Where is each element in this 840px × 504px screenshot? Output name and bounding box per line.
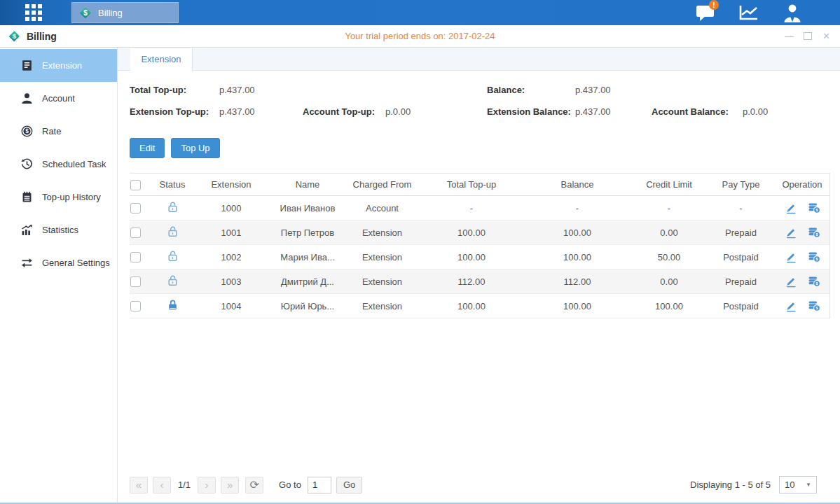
col-extension: Extension xyxy=(193,179,270,190)
sidebar-item-label: Rate xyxy=(42,126,61,136)
taskbar-billing-tab[interactable]: $ Billing xyxy=(71,2,179,23)
main-panel: Extension Total Top-up: p.437.00 Extensi… xyxy=(118,48,840,503)
next-page-button[interactable]: › xyxy=(198,477,216,493)
top-up-button[interactable]: Top Up xyxy=(171,138,219,158)
row-checkbox[interactable] xyxy=(130,203,141,214)
cell-extension: 1001 xyxy=(193,227,270,238)
col-charged-from: Charged From xyxy=(345,179,419,190)
row-checkbox[interactable] xyxy=(130,301,141,312)
minimize-icon[interactable]: — xyxy=(785,31,793,41)
dollar-glyph: $ xyxy=(25,127,29,134)
row-checkbox[interactable] xyxy=(130,252,141,262)
statistics-chart-topbar-icon[interactable] xyxy=(738,3,760,22)
cell-total-topup: 112.00 xyxy=(419,276,524,287)
maximize-icon[interactable] xyxy=(804,32,812,40)
top-up-coins-icon[interactable]: $ xyxy=(808,227,820,238)
last-page-button[interactable]: » xyxy=(221,477,239,493)
account-balance-value: p.0.00 xyxy=(743,106,768,117)
table-row[interactable]: 1004 Юрий Юрь... Extension 100.00 100.00… xyxy=(130,294,829,318)
extension-topup-value: p.437.00 xyxy=(219,106,303,117)
cell-charged-from: Extension xyxy=(345,276,419,287)
cell-total-topup: 100.00 xyxy=(419,301,524,312)
extension-topup-label: Extension Top-up: xyxy=(130,106,219,117)
stats-section: Total Top-up: p.437.00 Extension Top-up:… xyxy=(130,71,830,128)
cell-total-topup: 100.00 xyxy=(419,252,524,262)
rate-dollar-circle-icon: $ xyxy=(21,125,33,137)
col-status: Status xyxy=(152,179,193,190)
top-up-coins-icon[interactable]: $ xyxy=(808,251,820,262)
cell-credit-limit: 0.00 xyxy=(631,227,708,238)
history-clock-icon xyxy=(21,158,33,170)
cell-pay-type: Prepaid xyxy=(708,276,774,287)
cell-extension: 1000 xyxy=(193,203,270,214)
col-total-topup: Total Top-up xyxy=(419,179,524,190)
table-body: 1000 Иван Иванов Account - - - - $ xyxy=(130,196,829,318)
cell-name: Петр Петров xyxy=(270,227,345,238)
sidebar-item-rate[interactable]: $ Rate xyxy=(0,115,117,148)
cell-balance: 100.00 xyxy=(524,301,631,312)
sidebar-item-label: Scheduled Task xyxy=(42,159,106,169)
refresh-icon[interactable]: ⟳ xyxy=(245,477,263,493)
unlocked-icon xyxy=(167,225,179,237)
row-checkbox[interactable] xyxy=(130,227,141,238)
close-icon[interactable]: ✕ xyxy=(822,31,830,41)
first-page-button[interactable]: « xyxy=(130,477,148,493)
user-account-icon[interactable] xyxy=(781,3,804,22)
cell-credit-limit: 100.00 xyxy=(631,301,708,312)
top-up-coins-icon[interactable]: $ xyxy=(808,202,820,214)
window-titlebar: $ Billing Your trial period ends on: 201… xyxy=(0,25,840,48)
cell-credit-limit: - xyxy=(631,203,708,214)
sidebar-item-scheduled-task[interactable]: Scheduled Task xyxy=(0,148,117,181)
tab-strip: Extension xyxy=(118,48,840,71)
sidebar-item-topup-history[interactable]: Top-up History xyxy=(0,181,117,214)
edit-icon[interactable] xyxy=(785,251,797,263)
cell-balance: 100.00 xyxy=(524,252,631,262)
edit-icon[interactable] xyxy=(785,202,797,214)
col-pay-type: Pay Type xyxy=(708,179,774,190)
taskbar-tab-label: Billing xyxy=(98,8,123,18)
goto-label: Go to xyxy=(279,479,301,490)
edit-icon[interactable] xyxy=(785,227,797,239)
extension-table: Status Extension Name Charged From Total… xyxy=(130,173,830,318)
edit-button[interactable]: Edit xyxy=(130,138,165,158)
select-all-checkbox[interactable] xyxy=(130,180,141,190)
sidebar-item-general-settings[interactable]: General Settings xyxy=(0,246,117,279)
col-credit-limit: Credit Limit xyxy=(631,179,708,190)
cell-pay-type: - xyxy=(708,203,774,214)
tab-extension[interactable]: Extension xyxy=(130,48,193,71)
prev-page-button[interactable]: ‹ xyxy=(153,477,171,493)
go-button[interactable]: Go xyxy=(336,477,362,493)
row-checkbox[interactable] xyxy=(130,276,141,287)
app-launcher-icon[interactable] xyxy=(25,4,42,21)
table-row[interactable]: 1000 Иван Иванов Account - - - - $ xyxy=(130,196,829,220)
sidebar-item-account[interactable]: Account xyxy=(0,82,117,115)
table-row[interactable]: 1001 Петр Петров Extension 100.00 100.00… xyxy=(130,220,829,245)
edit-icon[interactable] xyxy=(785,300,797,312)
cell-name: Юрий Юрь... xyxy=(270,301,345,312)
cell-charged-from: Extension xyxy=(345,227,419,238)
sidebar-item-statistics[interactable]: Statistics xyxy=(0,214,117,246)
sidebar-item-extension[interactable]: Extension xyxy=(0,49,117,82)
topbar-right-icons: ! xyxy=(694,3,804,22)
table-row[interactable]: 1003 Дмитрий Д... Extension 112.00 112.0… xyxy=(130,270,829,294)
table-row[interactable]: 1002 Мария Ива... Extension 100.00 100.0… xyxy=(130,245,829,270)
cell-name: Иван Иванов xyxy=(270,203,345,214)
cell-balance: 100.00 xyxy=(524,227,631,238)
billing-app-icon: $ xyxy=(78,6,92,20)
cell-name: Мария Ива... xyxy=(270,252,345,262)
page-size-select[interactable]: 10 ▼ xyxy=(779,476,817,493)
cell-extension: 1002 xyxy=(193,252,270,262)
sidebar-item-label: Account xyxy=(42,93,75,104)
total-topup-label: Total Top-up: xyxy=(130,85,219,95)
goto-page-input[interactable] xyxy=(308,477,331,493)
cell-pay-type: Postpaid xyxy=(708,301,774,312)
account-topup-value: p.0.00 xyxy=(385,106,411,117)
cell-charged-from: Extension xyxy=(345,301,419,312)
balance-value: p.437.00 xyxy=(575,85,611,95)
billing-app-window: $ Billing ! xyxy=(0,0,840,504)
top-up-coins-icon[interactable]: $ xyxy=(808,300,820,312)
top-up-coins-icon[interactable]: $ xyxy=(808,276,820,287)
notifications-icon[interactable]: ! xyxy=(694,3,717,22)
billing-window-icon: $ xyxy=(8,29,22,43)
edit-icon[interactable] xyxy=(785,276,797,288)
